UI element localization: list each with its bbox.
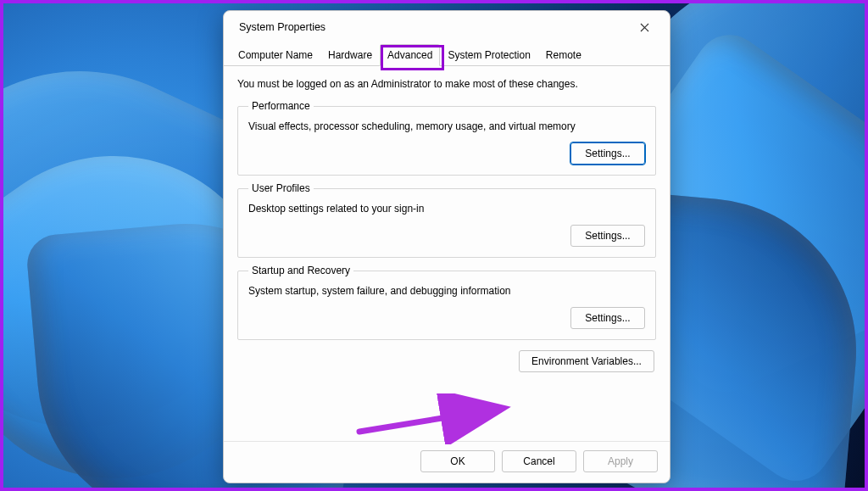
user-profiles-settings-button[interactable]: Settings... [570,225,645,247]
user-profiles-legend: User Profiles [248,182,314,194]
startup-recovery-group: Startup and Recovery System startup, sys… [237,265,656,340]
performance-group: Performance Visual effects, processor sc… [237,100,656,176]
advanced-tab-panel: You must be logged on as an Administrato… [224,66,670,441]
ok-button[interactable]: OK [420,450,495,472]
tab-remote[interactable]: Remote [538,44,589,66]
user-profiles-desc: Desktop settings related to your sign-in [248,203,645,215]
admin-note: You must be logged on as an Administrato… [237,78,656,90]
performance-desc: Visual effects, processor scheduling, me… [248,120,645,132]
performance-legend: Performance [248,100,314,112]
tab-advanced[interactable]: Advanced [380,44,440,66]
tab-hardware[interactable]: Hardware [320,44,380,66]
user-profiles-group: User Profiles Desktop settings related t… [237,182,656,258]
environment-variables-button[interactable]: Environment Variables... [519,350,654,372]
tab-system-protection[interactable]: System Protection [440,44,537,66]
startup-recovery-settings-button[interactable]: Settings... [570,307,645,329]
system-properties-dialog: System Properties Computer Name Hardware… [223,10,670,483]
startup-recovery-legend: Startup and Recovery [248,265,353,276]
titlebar: System Properties [224,11,670,43]
startup-recovery-desc: System startup, system failure, and debu… [248,285,645,297]
tab-computer-name[interactable]: Computer Name [231,44,320,66]
close-icon [640,23,649,32]
window-title: System Properties [239,21,326,33]
performance-settings-button[interactable]: Settings... [570,142,645,165]
dialog-footer: OK Cancel Apply [224,441,670,483]
apply-button[interactable]: Apply [583,450,658,472]
cancel-button[interactable]: Cancel [502,450,576,472]
tab-strip: Computer Name Hardware Advanced System P… [224,43,670,66]
close-button[interactable] [627,15,661,39]
